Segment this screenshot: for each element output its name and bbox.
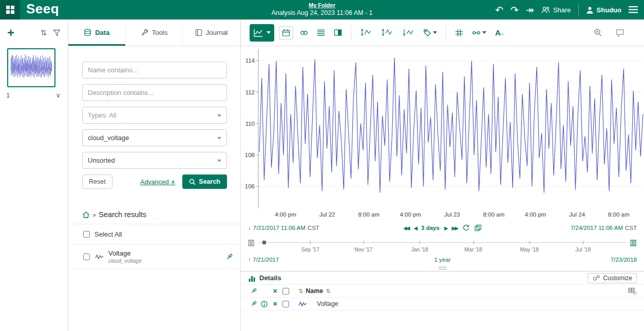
pin-column-icon[interactable] xyxy=(248,287,259,295)
svg-text:8:00 am: 8:00 am xyxy=(358,211,380,218)
step-forward-fast-button[interactable]: ▶▶ xyxy=(452,225,458,231)
timeline-current-range-marker[interactable] xyxy=(262,241,266,244)
sort-select[interactable]: Unsorted xyxy=(82,152,227,169)
timeline-start[interactable]: ↑ 7/21/2017 xyxy=(248,257,279,263)
sort-icon[interactable]: ⇅ xyxy=(298,288,303,295)
reset-button[interactable]: Reset xyxy=(82,174,112,189)
advanced-link[interactable]: Advanced ∧ xyxy=(140,178,175,186)
range-start[interactable]: ↓ 7/21/2017 11:06 AM CST xyxy=(248,225,319,231)
search-icon xyxy=(189,179,196,185)
one-yaxis-button[interactable] xyxy=(379,26,395,39)
details-table-row[interactable]: × Voltage xyxy=(241,298,644,310)
display-range-calendar-button[interactable] xyxy=(279,26,293,40)
one-lane-button[interactable] xyxy=(358,26,374,39)
remove-item-button[interactable]: × xyxy=(270,300,280,308)
annotate-button[interactable] xyxy=(616,29,624,37)
range-start-tz: CST xyxy=(308,225,319,231)
types-select[interactable]: Types: All xyxy=(82,107,227,124)
worksheet-thumbnail[interactable] xyxy=(7,48,55,87)
row-checkbox[interactable] xyxy=(282,301,289,307)
analysis-title: Analysis Aug 24, 2023 11:06 AM - 1 xyxy=(271,9,372,17)
step-back-fast-button[interactable]: ◀◀ xyxy=(403,225,409,231)
refresh-button[interactable] xyxy=(462,224,469,231)
compare-view-button[interactable] xyxy=(332,27,344,38)
timeline-tick-label: Jul '18 xyxy=(575,246,591,252)
description-contains-input[interactable] xyxy=(82,84,227,101)
timeline-end-date[interactable]: 7/23/2018 xyxy=(611,257,637,263)
seeq-logo: Seeq xyxy=(20,1,66,19)
toolbar-separator xyxy=(351,25,351,41)
timeline-tick xyxy=(310,241,311,244)
undo-icon[interactable]: ↶ xyxy=(495,5,503,15)
labels-button[interactable]: A‥ xyxy=(493,26,506,39)
gridlines-button[interactable] xyxy=(453,27,465,39)
name-contains-input[interactable] xyxy=(82,62,227,79)
step-forward-button[interactable]: ▶ xyxy=(444,225,447,231)
trend-view-button[interactable] xyxy=(250,24,274,42)
redo-icon[interactable]: ↷ xyxy=(510,5,519,15)
details-select-all-checkbox[interactable] xyxy=(282,288,289,295)
tab-tools[interactable]: Tools xyxy=(126,20,183,46)
display-toolbar: A‥ xyxy=(241,20,644,46)
hamburger-menu-icon[interactable] xyxy=(629,6,638,13)
capsule-tag-button[interactable] xyxy=(421,27,439,39)
sort-icon[interactable]: ⇅ xyxy=(326,288,330,295)
select-all-checkbox[interactable] xyxy=(83,231,90,238)
top-bar: Seeq My Folder Analysis Aug 24, 2023 11:… xyxy=(0,0,644,20)
breadcrumb-my-folder[interactable]: My Folder xyxy=(309,2,335,9)
range-end[interactable]: 7/24/2017 11:06 AM CST xyxy=(571,225,637,231)
item-info-button[interactable] xyxy=(259,301,270,307)
filter-funnel-icon[interactable] xyxy=(53,29,61,36)
down-arrow-icon: ↓ xyxy=(248,225,251,231)
datasource-select[interactable]: cloud_voltage xyxy=(82,129,227,146)
pin-icon[interactable] xyxy=(225,253,233,261)
chain-view-button[interactable] xyxy=(298,27,310,39)
remove-all-button[interactable]: × xyxy=(270,287,280,295)
details-title: Details xyxy=(259,274,281,282)
sort-select-value: Unsorted xyxy=(88,157,115,164)
search-button[interactable]: Search xyxy=(182,174,227,189)
list-lines-icon xyxy=(317,29,325,36)
autoscale-button[interactable] xyxy=(400,26,416,39)
column-settings-button[interactable] xyxy=(628,287,637,295)
range-duration[interactable]: 3 days xyxy=(421,225,440,231)
app-launcher-grid-icon[interactable] xyxy=(0,0,20,20)
chevron-down-icon xyxy=(482,31,486,34)
user-menu[interactable]: Shuduo xyxy=(586,6,621,14)
sort-worksheets-icon[interactable]: ⇅ xyxy=(40,28,47,37)
result-subtitle: cloud_voltage xyxy=(108,258,142,264)
wrench-icon xyxy=(141,29,148,36)
name-column-header[interactable]: Name xyxy=(306,287,323,295)
tab-data[interactable]: Data xyxy=(68,20,126,46)
home-icon[interactable] xyxy=(82,211,90,218)
pin-icon[interactable] xyxy=(248,300,259,307)
search-result-row[interactable]: Voltage cloud_voltage xyxy=(68,245,240,269)
timeline-right-handle[interactable] xyxy=(630,239,637,247)
grid-icon xyxy=(6,5,15,14)
trend-chart[interactable]: 1141121101081064:00 pmJul 228:00 am4:00 … xyxy=(241,46,644,221)
new-worksheet-button[interactable]: + xyxy=(7,27,14,39)
timeline-duration[interactable]: 1 year xyxy=(434,257,451,263)
timeline-track[interactable]: Sep '17Nov '17Jan '18Mar '18May '18Jul '… xyxy=(259,239,626,246)
share-button[interactable]: Share xyxy=(541,6,571,14)
duplicate-range-button[interactable] xyxy=(474,224,482,231)
samples-table-button[interactable] xyxy=(315,27,327,38)
customize-button[interactable]: Customize xyxy=(588,273,637,283)
dimming-button[interactable] xyxy=(470,27,488,39)
tab-journal[interactable]: Journal xyxy=(183,20,240,46)
gridlines-icon xyxy=(455,29,463,37)
svg-text:106: 106 xyxy=(245,183,255,189)
chevron-down-icon xyxy=(433,31,437,34)
gears-icon xyxy=(592,275,600,281)
timeline-left-handle[interactable] xyxy=(248,239,255,247)
datasource-select-value: cloud_voltage xyxy=(88,134,129,142)
zoom-button[interactable] xyxy=(594,28,602,37)
copy-icon xyxy=(474,224,482,231)
timeline-tick xyxy=(473,241,474,244)
forward-history-icon[interactable]: ↠ xyxy=(526,5,534,15)
worksheet-collapse-chevron-icon[interactable]: ∨ xyxy=(55,91,61,99)
result-checkbox[interactable] xyxy=(83,254,90,260)
step-back-button[interactable]: ◀ xyxy=(413,225,416,231)
panel-resize-handle[interactable] xyxy=(241,265,644,271)
user-name: Shuduo xyxy=(597,6,621,14)
